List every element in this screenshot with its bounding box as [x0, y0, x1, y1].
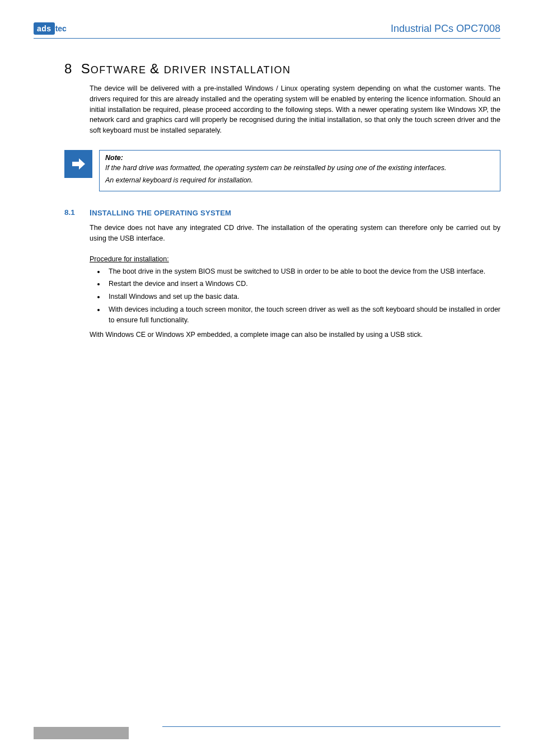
section-title-part2: OFTWARE: [91, 64, 150, 76]
procedure-list: The boot drive in the system BIOS must b…: [105, 266, 500, 326]
note-line-2: An external keyboard is required for ins…: [105, 175, 494, 185]
subsection-title: INSTALLING THE OPERATING SYSTEM: [90, 208, 231, 217]
list-item: Restart the device and insert a Windows …: [105, 279, 500, 289]
page-header: adstec Industrial PCs OPC7008: [34, 22, 500, 35]
section-title-part1: S: [81, 61, 91, 76]
list-item: Install Windows and set up the basic dat…: [105, 292, 500, 302]
product-title: Industrial PCs OPC7008: [391, 23, 500, 35]
section-heading: 8 SOFTWARE & DRIVER INSTALLATION: [64, 61, 500, 77]
subsection-heading: 8.1 INSTALLING THE OPERATING SYSTEM: [34, 208, 500, 217]
subsection-number: 8.1: [64, 208, 90, 217]
header-divider: [34, 38, 500, 39]
list-item: The boot drive in the system BIOS must b…: [105, 266, 500, 277]
section-title-part3: &: [150, 61, 164, 76]
brand-logo: adstec: [34, 22, 67, 35]
section-number: 8: [64, 61, 72, 76]
subsection-title-rest: NSTALLING THE OPERATING SYSTEM: [92, 209, 231, 217]
note-box: Note: If the hard drive was formatted, t…: [99, 150, 500, 191]
subsection-outro: With Windows CE or Windows XP embedded, …: [90, 330, 500, 340]
note-line-1: If the hard drive was formatted, the ope…: [105, 163, 494, 173]
logo-left: ads: [34, 22, 55, 35]
list-item: With devices including a touch screen mo…: [105, 304, 500, 326]
arrow-right-icon: [64, 150, 92, 178]
note-container: Note: If the hard drive was formatted, t…: [64, 150, 500, 191]
section-title-part4: DRIVER INSTALLATION: [164, 64, 291, 76]
logo-right: tec: [55, 24, 67, 33]
note-label: Note:: [105, 154, 494, 162]
procedure-title: Procedure for installation:: [90, 255, 500, 263]
subsection-intro: The device does not have any integrated …: [90, 223, 500, 244]
section-intro: The device will be delivered with a pre-…: [90, 83, 500, 136]
